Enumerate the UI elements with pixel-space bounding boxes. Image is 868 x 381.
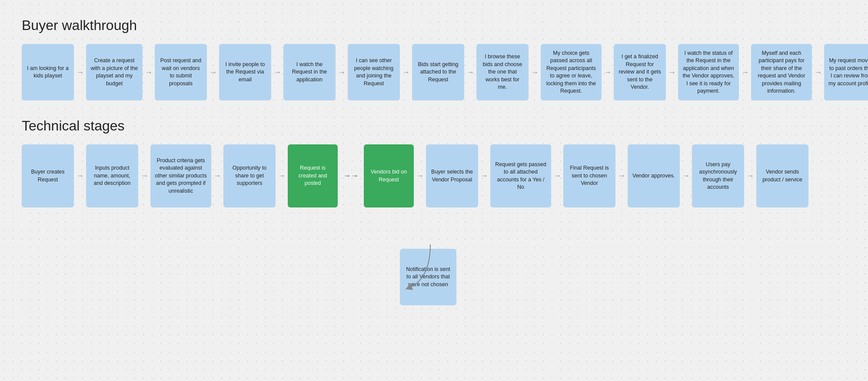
arrow-bw12: → [812, 68, 824, 77]
ts-card-4: Opportunity to share to get supporters [223, 144, 276, 207]
arrow-ts8: → [551, 171, 563, 180]
ts-card-2: Inputs product name, amount, and descrip… [86, 144, 138, 207]
arrow-bw3: → [207, 68, 219, 77]
bw-card-5: I watch the Request in the application [283, 44, 336, 100]
arrow-bw4: → [271, 68, 283, 77]
technical-flow-row: Buyer creates Request → Inputs product n… [22, 144, 846, 207]
bw-card-2: Create a request with a picture of the p… [86, 44, 143, 100]
arrow-ts4: → [276, 171, 288, 180]
ts-card-7: Buyer selects the Vendor Proposal [426, 144, 478, 207]
technical-row-wrapper: Buyer creates Request → Inputs product n… [22, 144, 846, 305]
curved-arrow-svg [400, 244, 487, 297]
bw-card-4: I invite people to the Request via email [219, 44, 271, 100]
buyer-flow-row: I am looking for a kids playset → Create… [22, 44, 846, 100]
technical-section: Technical stages Buyer creates Request →… [22, 118, 846, 305]
arrow-ts6: → [414, 171, 426, 180]
arrow-bw9: → [602, 68, 614, 77]
arrow-bw8: → [529, 68, 541, 77]
ts-card-12: Vendor sends product / service [756, 144, 808, 207]
notification-section: Notification is sent to all Vendors that… [22, 249, 846, 305]
ts-card-11: Users pay asynchronously through their a… [692, 144, 744, 207]
ts-card-10: Vendor approves. [628, 144, 680, 207]
bw-card-11: I watch the status of the Request in the… [678, 44, 739, 100]
arrow-ts11: → [744, 171, 756, 180]
ts-card-8: Request gets passed to all attached acco… [490, 144, 551, 207]
arrow-ts5: →→ [338, 171, 364, 180]
bw-card-13: My request moves to past orders that I c… [824, 44, 868, 100]
arrow-bw2: → [143, 68, 155, 77]
bw-card-9: My choice gets passed across all Request… [541, 44, 602, 100]
technical-section-title: Technical stages [22, 118, 846, 134]
bw-card-6: I can see other people watching and join… [348, 44, 400, 100]
ts-card-5: Request is created and posted [288, 144, 338, 207]
arrow-ts2: → [138, 171, 150, 180]
arrow-bw11: → [739, 68, 751, 77]
ts-card-6: Vendors bid on Request [364, 144, 414, 207]
arrow-bw6: → [400, 68, 412, 77]
ts-card-9: Final Request is sent to chosen Vendor [563, 144, 615, 207]
bw-card-3: Post request and wait on vendors to subm… [155, 44, 207, 100]
bw-card-10: I get a finalized Request for review and… [614, 44, 666, 100]
arrow-ts3: → [211, 171, 223, 180]
buyer-section-title: Buyer walkthrough [22, 17, 846, 33]
ts-card-3: Product criteria gets evaluated against … [150, 144, 211, 207]
bw-card-12: Myself and each participant pays for the… [751, 44, 812, 100]
arrow-bw10: → [666, 68, 678, 77]
buyer-section: Buyer walkthrough I am looking for a kid… [22, 17, 846, 100]
bw-card-1: I am looking for a kids playset [22, 44, 74, 100]
arrow-ts7: → [478, 171, 490, 180]
arrow-ts1: → [74, 171, 86, 180]
arrow-bw5: → [336, 68, 348, 77]
ts-card-1: Buyer creates Request [22, 144, 74, 207]
arrow-bw1: → [74, 68, 86, 77]
bw-card-7: Bids start getting attached to the Reque… [412, 44, 464, 100]
arrow-ts9: → [615, 171, 628, 180]
bw-card-8: I browse these bids and choose the one t… [476, 44, 529, 100]
arrow-ts10: → [680, 171, 692, 180]
arrow-bw7: → [464, 68, 476, 77]
page: Buyer walkthrough I am looking for a kid… [0, 0, 868, 336]
